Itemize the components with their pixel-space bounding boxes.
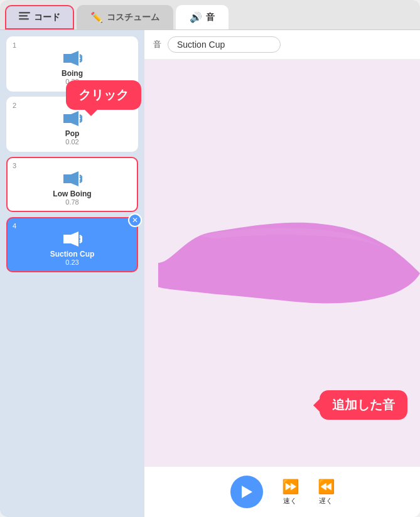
- item-1-number: 1: [13, 41, 16, 49]
- fast-forward-icon: ⏩: [282, 479, 299, 495]
- item-3-duration: 0.78: [14, 198, 131, 206]
- item-4-duration: 0.23: [14, 258, 131, 266]
- tab-bar: コード ✏️ コスチューム 🔊 音: [0, 0, 420, 30]
- tab-code[interactable]: コード: [5, 5, 74, 29]
- item-2-duration: 0.02: [14, 138, 131, 146]
- rewind-button[interactable]: ⏪ 遅く: [318, 479, 335, 506]
- waveform-sound-label: 音: [153, 39, 161, 50]
- item-1-name: Boing: [14, 69, 131, 78]
- delete-button[interactable]: ✕: [128, 213, 142, 227]
- sound-item-3[interactable]: 3 Low Boing 0.78: [6, 157, 138, 212]
- item-4-name: Suction Cup: [14, 250, 131, 258]
- svg-marker-4: [71, 51, 78, 66]
- svg-rect-2: [19, 18, 29, 20]
- item-4-number: 4: [13, 222, 16, 230]
- tab-costume[interactable]: ✏️ コスチューム: [77, 5, 173, 29]
- item-3-icon: [14, 171, 131, 187]
- sound-item-4[interactable]: 4 ✕ Suction Cup 0.23: [6, 217, 138, 272]
- sound-icon: 🔊: [190, 11, 202, 23]
- tab-code-label: コード: [34, 12, 60, 23]
- svg-marker-10: [71, 232, 78, 247]
- item-3-name: Low Boing: [14, 189, 131, 198]
- svg-marker-3: [63, 54, 71, 63]
- rewind-icon: ⏪: [318, 479, 335, 495]
- item-3-number: 3: [13, 162, 16, 169]
- tab-sound-label: 音: [206, 12, 215, 23]
- svg-marker-7: [63, 174, 71, 183]
- svg-marker-6: [71, 111, 78, 126]
- waveform-panel: 音: [144, 30, 420, 517]
- svg-rect-1: [19, 15, 28, 17]
- svg-rect-0: [19, 12, 30, 14]
- main-content: 1 Boing 0.32 2: [0, 30, 420, 517]
- app-container: コード ✏️ コスチューム 🔊 音 1: [0, 0, 420, 517]
- slow-label: 遅く: [319, 496, 333, 506]
- svg-marker-12: [242, 486, 252, 498]
- item-2-number: 2: [13, 102, 16, 109]
- svg-marker-5: [63, 114, 71, 123]
- code-icon: [19, 12, 30, 23]
- item-4-icon: [14, 231, 131, 247]
- sound-name-input[interactable]: [168, 36, 281, 53]
- tab-costume-label: コスチューム: [107, 12, 159, 23]
- costume-icon: ✏️: [90, 11, 103, 23]
- playback-controls: ⏩ 速く ⏪ 遅く: [144, 466, 420, 517]
- play-button[interactable]: [230, 476, 263, 508]
- waveform-header: 音: [144, 30, 420, 60]
- item-1-icon: [14, 50, 131, 67]
- fast-forward-button[interactable]: ⏩ 速く: [282, 479, 299, 506]
- fast-label: 速く: [283, 496, 297, 506]
- callout-click-text: クリック: [78, 88, 129, 102]
- callout-added-text: 追加した音: [332, 398, 395, 412]
- callout-click: クリック: [66, 80, 141, 110]
- item-2-name: Pop: [14, 129, 131, 138]
- tab-sound[interactable]: 🔊 音: [176, 5, 229, 29]
- svg-marker-9: [63, 235, 71, 243]
- callout-added: 追加した音: [320, 390, 407, 420]
- svg-marker-8: [71, 171, 78, 186]
- item-2-icon: [14, 110, 131, 127]
